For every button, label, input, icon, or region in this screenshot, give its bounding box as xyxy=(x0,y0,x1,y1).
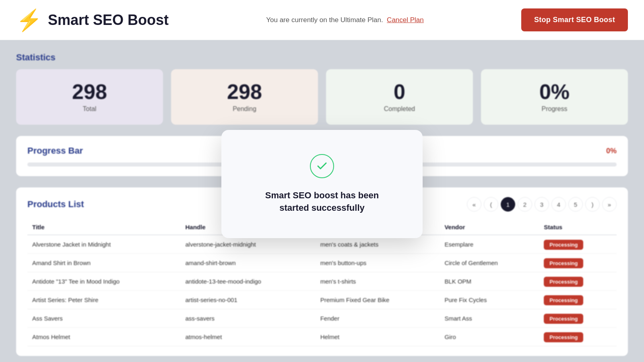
success-modal: Smart SEO boost has been started success… xyxy=(221,130,423,239)
modal-overlay: Smart SEO boost has been started success… xyxy=(0,0,644,362)
modal-message: Smart SEO boost has been started success… xyxy=(254,189,390,214)
success-icon xyxy=(310,154,334,178)
checkmark-icon xyxy=(316,160,328,172)
